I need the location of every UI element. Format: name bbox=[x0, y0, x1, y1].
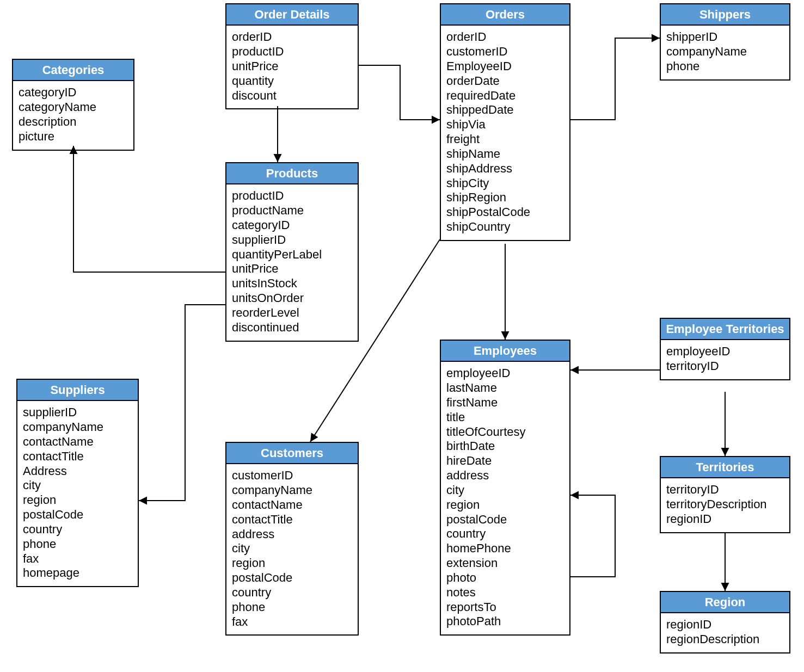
field: territoryID bbox=[666, 359, 784, 374]
entity-fields: regionID regionDescription bbox=[661, 613, 789, 652]
field: homepage bbox=[23, 566, 132, 581]
rel-employees-self bbox=[570, 495, 615, 577]
field: categoryID bbox=[19, 85, 128, 100]
field: city bbox=[232, 541, 352, 556]
field: categoryName bbox=[19, 100, 128, 115]
field: contactTitle bbox=[232, 513, 352, 527]
field: country bbox=[23, 522, 132, 537]
field: companyName bbox=[232, 483, 352, 498]
entity-employee-territories: Employee Territories employeeID territor… bbox=[660, 318, 790, 380]
field: shipPostalCode bbox=[446, 205, 564, 220]
entity-fields: shipperID companyName phone bbox=[661, 26, 789, 79]
field: quantity bbox=[232, 74, 352, 89]
field: orderID bbox=[232, 30, 352, 45]
entity-title: Region bbox=[661, 592, 789, 613]
field: phone bbox=[232, 600, 352, 615]
field: homePhone bbox=[446, 541, 564, 556]
field: quantityPerLabel bbox=[232, 248, 352, 262]
field: regionDescription bbox=[666, 632, 784, 647]
field: photo bbox=[446, 571, 564, 585]
field: city bbox=[446, 483, 564, 498]
field: companyName bbox=[666, 45, 784, 59]
entity-title: Suppliers bbox=[17, 380, 138, 401]
field: description bbox=[19, 115, 128, 130]
field: productID bbox=[232, 189, 352, 204]
field: EmployeeID bbox=[446, 59, 564, 74]
field: reportsTo bbox=[446, 600, 564, 615]
entity-fields: orderID customerID EmployeeID orderDate … bbox=[441, 26, 569, 240]
entity-title: Employees bbox=[441, 341, 569, 362]
entity-fields: employeeID lastName firstName title titl… bbox=[441, 362, 569, 634]
field: fax bbox=[23, 552, 132, 566]
field: fax bbox=[232, 615, 352, 630]
entity-title: Territories bbox=[661, 457, 789, 478]
entity-suppliers: Suppliers supplierID companyName contact… bbox=[16, 379, 139, 587]
field: territoryDescription bbox=[666, 497, 784, 512]
entity-title: Products bbox=[226, 163, 358, 184]
field: address bbox=[232, 527, 352, 542]
entity-title-text: Employee Territories bbox=[666, 322, 784, 336]
field: shipRegion bbox=[446, 190, 564, 205]
rel-products-suppliers bbox=[139, 305, 225, 501]
field: shipVia bbox=[446, 118, 564, 132]
field: shipCountry bbox=[446, 220, 564, 235]
field: discontinued bbox=[232, 320, 352, 335]
entity-fields: customerID companyName contactName conta… bbox=[226, 464, 358, 634]
field: Address bbox=[23, 464, 132, 479]
entity-title: Order Details bbox=[226, 4, 358, 26]
entity-title: Customers bbox=[226, 443, 358, 464]
field: titleOfCourtesy bbox=[446, 425, 564, 440]
entity-title: Orders bbox=[441, 4, 569, 26]
field: postalCode bbox=[23, 508, 132, 522]
entity-fields: territoryID territoryDescription regionI… bbox=[661, 478, 789, 532]
field: region bbox=[23, 493, 132, 508]
entity-fields: supplierID companyName contactName conta… bbox=[17, 401, 138, 586]
entity-order-details: Order Details orderID productID unitPric… bbox=[225, 3, 359, 109]
field: shipCity bbox=[446, 176, 564, 191]
field: unitsInStock bbox=[232, 276, 352, 291]
field: contactName bbox=[23, 435, 132, 449]
field: region bbox=[232, 556, 352, 571]
entity-fields: productID productName categoryID supplie… bbox=[226, 184, 358, 340]
entity-fields: orderID productID unitPrice quantity dis… bbox=[226, 26, 358, 108]
field: customerID bbox=[446, 45, 564, 59]
entity-products: Products productID productName categoryI… bbox=[225, 162, 359, 342]
field: employeeID bbox=[446, 366, 564, 381]
entity-fields: employeeID territoryID bbox=[661, 340, 789, 379]
entity-title: Shippers bbox=[661, 4, 789, 26]
field: shipName bbox=[446, 147, 564, 162]
field: freight bbox=[446, 132, 564, 147]
field: contactTitle bbox=[23, 449, 132, 464]
field: phone bbox=[23, 537, 132, 552]
field: discount bbox=[232, 89, 352, 103]
field: lastName bbox=[446, 381, 564, 396]
field: postalCode bbox=[446, 513, 564, 527]
entity-territories: Territories territoryID territoryDescrip… bbox=[660, 456, 790, 533]
entity-employees: Employees employeeID lastName firstName … bbox=[440, 340, 570, 636]
field: customerID bbox=[232, 468, 352, 483]
field: address bbox=[446, 468, 564, 483]
entity-title: Categories bbox=[13, 60, 133, 81]
field: regionID bbox=[666, 618, 784, 632]
entity-region: Region regionID regionDescription bbox=[660, 591, 790, 653]
field: categoryID bbox=[232, 218, 352, 233]
field: productID bbox=[232, 45, 352, 59]
field: requiredDate bbox=[446, 89, 564, 103]
field: notes bbox=[446, 585, 564, 600]
field: unitPrice bbox=[232, 59, 352, 74]
field: region bbox=[446, 498, 564, 513]
field: contactName bbox=[232, 498, 352, 513]
field: extension bbox=[446, 556, 564, 571]
field: firstName bbox=[446, 396, 564, 410]
rel-orders-shippers bbox=[570, 38, 660, 120]
field: territoryID bbox=[666, 483, 784, 497]
field: postalCode bbox=[232, 571, 352, 585]
rel-products-categories bbox=[73, 146, 225, 272]
field: shipperID bbox=[666, 30, 784, 45]
field: title bbox=[446, 410, 564, 425]
field: shipAddress bbox=[446, 162, 564, 176]
entity-orders: Orders orderID customerID EmployeeID ord… bbox=[440, 3, 570, 241]
entity-title: Employee Territories bbox=[661, 319, 789, 340]
field: unitsOnOrder bbox=[232, 291, 352, 306]
field: country bbox=[446, 527, 564, 541]
